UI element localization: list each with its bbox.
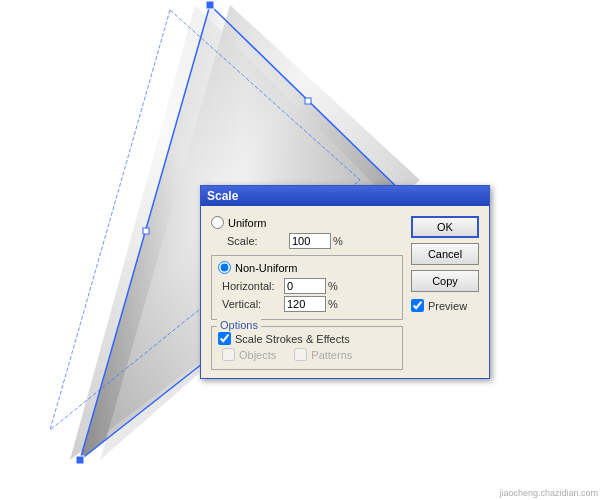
vertical-input[interactable] [284,296,326,312]
svg-rect-6 [76,456,84,464]
copy-button[interactable]: Copy [411,270,479,292]
svg-rect-7 [305,98,311,104]
horizontal-input[interactable] [284,278,326,294]
objects-label: Objects [239,349,276,361]
objects-checkbox [222,348,235,361]
non-uniform-radio[interactable] [218,261,231,274]
preview-row: Preview [411,299,479,312]
scale-strokes-label: Scale Strokes & Effects [235,333,350,345]
scale-input[interactable] [289,233,331,249]
scale-unit: % [333,235,343,247]
vertical-label: Vertical: [222,298,284,310]
watermark: jiaocheng.chazidian.com [499,488,598,498]
preview-label: Preview [428,300,467,312]
scale-label: Scale: [227,235,289,247]
svg-rect-4 [206,1,214,9]
cancel-button[interactable]: Cancel [411,243,479,265]
horizontal-label: Horizontal: [222,280,284,292]
uniform-radio[interactable] [211,216,224,229]
dialog-titlebar: Scale [201,186,489,206]
dialog-title: Scale [207,189,238,203]
patterns-label: Patterns [311,349,352,361]
preview-checkbox[interactable] [411,299,424,312]
dialog-right-panel: OK Cancel Copy Preview [411,216,479,370]
scale-strokes-checkbox[interactable] [218,332,231,345]
patterns-checkbox [294,348,307,361]
horizontal-unit: % [328,280,338,292]
options-section-label: Options [217,319,261,331]
dialog-left-panel: Uniform Scale: % Non-Uniform Horizontal: [211,216,403,370]
ok-button[interactable]: OK [411,216,479,238]
svg-rect-8 [143,228,149,234]
scale-dialog: Scale Uniform Scale: % Non-U [200,185,490,379]
uniform-label: Uniform [228,217,267,229]
non-uniform-label: Non-Uniform [235,262,297,274]
vertical-unit: % [328,298,338,310]
